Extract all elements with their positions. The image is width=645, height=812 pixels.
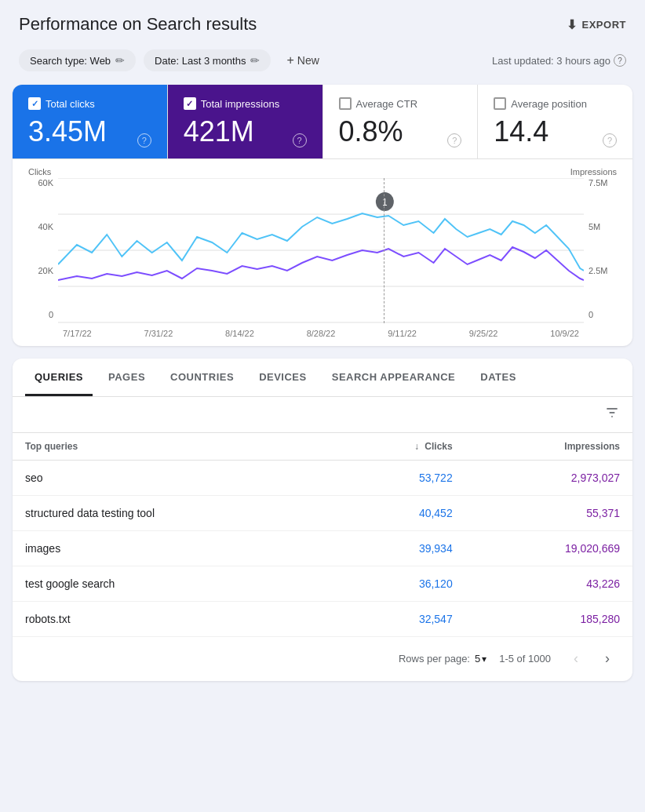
tab-pages[interactable]: PAGES (99, 359, 155, 396)
metric-average-ctr[interactable]: Average CTR 0.8% ? (323, 85, 479, 158)
sort-icon: ↓ (414, 441, 419, 452)
table-card: QUERIES PAGES COUNTRIES DEVICES SEARCH A… (13, 359, 632, 681)
x-label-7: 10/9/22 (550, 329, 579, 338)
ctr-value: 0.8% (339, 116, 403, 147)
rows-per-page-label: Rows per page: (399, 653, 470, 665)
y-right-25m: 2.5M (589, 266, 607, 275)
prev-page-button[interactable]: ‹ (563, 646, 589, 672)
x-label-2: 7/31/22 (144, 329, 173, 338)
impressions-cell: 185,280 (465, 601, 632, 636)
table-row[interactable]: images 39,934 19,020,669 (13, 530, 632, 566)
question-icon[interactable]: ? (614, 54, 626, 67)
tab-search-appearance[interactable]: SEARCH APPEARANCE (322, 359, 465, 396)
query-cell: test google search (13, 566, 333, 601)
y-left-60k: 60K (38, 178, 53, 188)
clicks-cell: 53,722 (333, 460, 465, 495)
impressions-help-icon[interactable]: ? (293, 133, 307, 147)
search-type-filter[interactable]: Search type: Web ✏ (19, 49, 136, 71)
clicks-cell: 40,452 (333, 495, 465, 530)
position-help-icon[interactable]: ? (603, 133, 617, 147)
svg-text:1: 1 (382, 196, 387, 206)
x-axis-labels: 7/17/22 7/31/22 8/14/22 8/28/22 9/11/22 … (28, 329, 617, 338)
rows-per-page: Rows per page: 5 ▾ (399, 653, 486, 665)
edit-icon: ✏ (250, 54, 260, 67)
table-row[interactable]: seo 53,722 2,973,027 (13, 460, 632, 495)
clicks-cell: 32,547 (333, 601, 465, 636)
chart-svg: 1 (58, 178, 584, 323)
query-cell: seo (13, 460, 333, 495)
clicks-label: Total clicks (46, 98, 95, 110)
table-row[interactable]: structured data testing tool 40,452 55,3… (13, 495, 632, 530)
table-row[interactable]: test google search 36,120 43,226 (13, 566, 632, 601)
impressions-cell: 55,371 (465, 495, 632, 530)
metric-total-clicks[interactable]: Total clicks 3.45M ? (13, 85, 168, 158)
ctr-label: Average CTR (356, 98, 418, 110)
tab-countries[interactable]: COUNTRIES (161, 359, 243, 396)
y-left-40k: 40K (38, 222, 53, 231)
y-right-5m: 5M (589, 222, 600, 231)
x-label-6: 9/25/22 (469, 329, 498, 338)
x-label-4: 8/28/22 (307, 329, 336, 338)
table-filter-button[interactable] (604, 405, 620, 424)
clicks-value: 3.45M (28, 116, 107, 147)
x-label-5: 9/11/22 (388, 329, 417, 338)
filter-bar: Search type: Web ✏ Date: Last 3 months ✏… (0, 42, 645, 85)
y-left-title: Clicks (28, 167, 51, 177)
ctr-checkbox[interactable] (339, 97, 352, 110)
page-title: Performance on Search results (19, 14, 257, 35)
y-right-75m: 7.5M (589, 178, 607, 188)
position-checkbox[interactable] (494, 97, 506, 110)
y-left-0: 0 (49, 310, 53, 319)
y-left-20k: 20K (38, 266, 53, 275)
query-cell: structured data testing tool (13, 495, 333, 530)
query-cell: robots.txt (13, 601, 333, 636)
tab-devices[interactable]: DEVICES (250, 359, 316, 396)
metrics-row: Total clicks 3.45M ? Total impressions 4… (13, 85, 632, 159)
chart-area: Clicks Impressions 60K 40K 20K 0 (13, 159, 632, 346)
main-card: Total clicks 3.45M ? Total impressions 4… (13, 85, 632, 346)
next-page-button[interactable]: › (595, 646, 620, 672)
y-right-title: Impressions (570, 167, 617, 177)
last-updated: Last updated: 3 hours ago ? (492, 54, 626, 67)
impressions-label: Total impressions (201, 98, 279, 110)
clicks-checkbox[interactable] (28, 97, 41, 110)
clicks-cell: 39,934 (333, 530, 465, 566)
page-navigation: ‹ › (563, 646, 620, 672)
impressions-cell: 19,020,669 (465, 530, 632, 566)
pagination: Rows per page: 5 ▾ 1-5 of 1000 ‹ › (13, 637, 632, 681)
page-info: 1-5 of 1000 (499, 653, 551, 665)
metric-average-position[interactable]: Average position 14.4 ? (478, 85, 632, 158)
tab-dates[interactable]: DATES (471, 359, 526, 396)
plus-icon: + (286, 53, 293, 67)
chevron-down-icon: ▾ (482, 654, 486, 665)
col-header-impressions: Impressions (465, 433, 632, 461)
download-icon: ⬇ (567, 17, 578, 32)
impressions-cell: 2,973,027 (465, 460, 632, 495)
position-value: 14.4 (494, 116, 548, 147)
query-cell: images (13, 530, 333, 566)
edit-icon: ✏ (115, 54, 125, 67)
x-label-3: 8/14/22 (225, 329, 254, 338)
clicks-cell: 36,120 (333, 566, 465, 601)
col-header-query: Top queries (13, 433, 333, 461)
new-button[interactable]: + New (279, 49, 326, 72)
page-header: Performance on Search results ⬇ EXPORT (0, 0, 645, 42)
data-table: Top queries ↓ Clicks Impressions seo 53,… (13, 433, 632, 637)
col-header-clicks: ↓ Clicks (333, 433, 465, 461)
export-button[interactable]: ⬇ EXPORT (567, 17, 626, 32)
tabs: QUERIES PAGES COUNTRIES DEVICES SEARCH A… (13, 359, 632, 397)
impressions-value: 421M (184, 116, 254, 147)
impressions-cell: 43,226 (465, 566, 632, 601)
table-controls (13, 397, 632, 433)
ctr-help-icon[interactable]: ? (447, 133, 461, 147)
x-label-1: 7/17/22 (63, 329, 92, 338)
y-right-0: 0 (589, 310, 593, 319)
date-filter[interactable]: Date: Last 3 months ✏ (144, 49, 271, 71)
impressions-checkbox[interactable] (184, 97, 196, 110)
clicks-help-icon[interactable]: ? (137, 133, 151, 147)
rows-per-page-select[interactable]: 5 ▾ (475, 653, 486, 665)
table-row[interactable]: robots.txt 32,547 185,280 (13, 601, 632, 636)
metric-total-impressions[interactable]: Total impressions 421M ? (168, 85, 323, 158)
tab-queries[interactable]: QUERIES (25, 359, 93, 396)
position-label: Average position (511, 98, 587, 110)
